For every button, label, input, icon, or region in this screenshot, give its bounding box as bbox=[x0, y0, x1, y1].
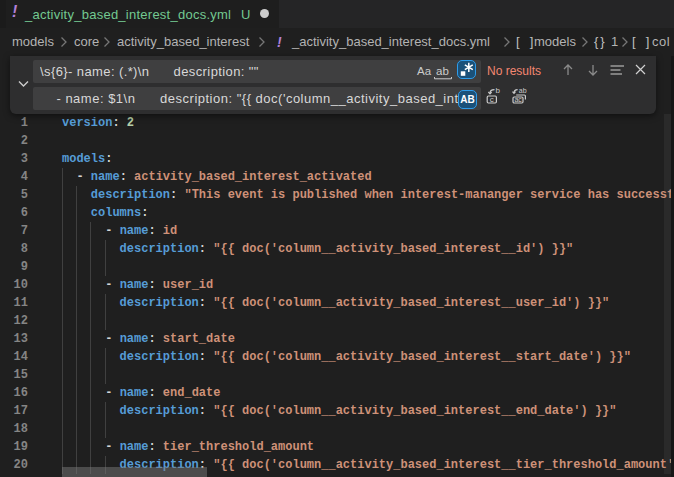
svg-text:ab: ab bbox=[519, 87, 527, 94]
svg-text:c: c bbox=[490, 95, 494, 104]
svg-text:ac: ac bbox=[514, 96, 522, 103]
svg-text:b: b bbox=[495, 87, 500, 95]
